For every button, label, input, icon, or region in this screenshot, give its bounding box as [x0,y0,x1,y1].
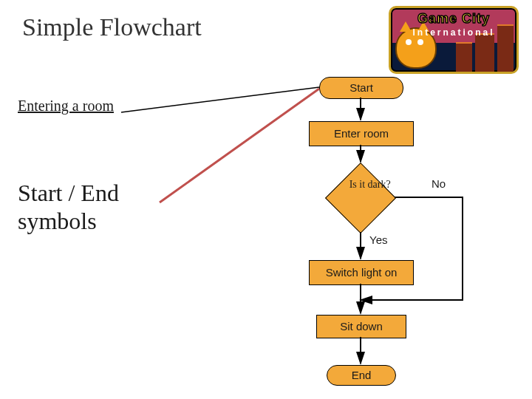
side-label-line2: symbols [18,208,97,234]
svg-line-6 [160,89,319,202]
flow-label-yes: Yes [369,233,387,246]
flow-node-end: End [327,365,396,386]
flow-node-decision: Is it dark? [325,163,396,233]
flow-node-sit-down: Sit down [316,315,406,338]
side-label-line1: Start / End [18,180,119,206]
flow-node-switch-light: Switch light on [309,260,414,285]
svg-line-5 [121,87,319,112]
slide: Simple Flowchart Game City International… [0,0,532,399]
logo-building [475,33,494,72]
logo-text-line1: Game City [391,11,516,27]
brand-logo: Game City International [389,6,519,74]
flow-node-decision-text: Is it dark? [349,179,398,191]
slide-title: Simple Flowchart [22,13,202,41]
slide-subtitle: Entering a room [18,98,114,115]
flow-node-enter-room: Enter room [309,121,414,146]
flow-node-start: Start [319,77,403,99]
logo-text-line2: International [391,27,516,38]
flow-label-no: No [432,177,446,190]
side-label: Start / End symbols [18,179,119,236]
logo-building [456,42,472,72]
